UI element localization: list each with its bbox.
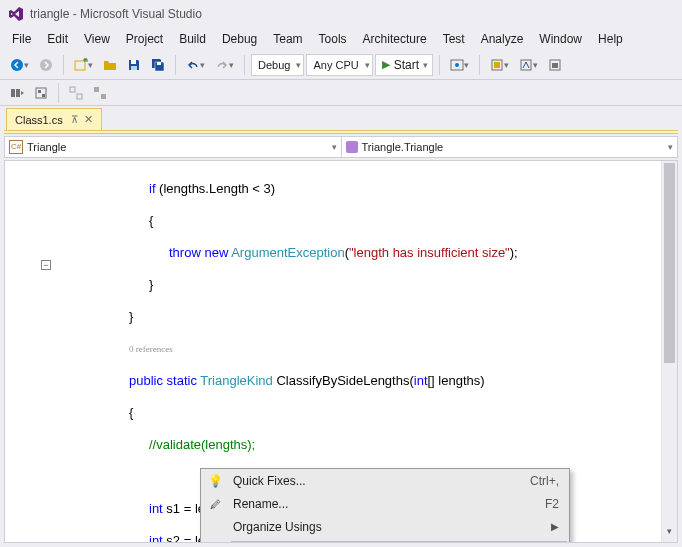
chevron-down-icon: ▾ xyxy=(423,60,428,70)
ctx-quick-fixes[interactable]: 💡 Quick Fixes... Ctrl+, xyxy=(201,469,569,492)
code-token: int xyxy=(414,373,428,388)
chevron-down-icon: ▾ xyxy=(296,60,301,70)
start-debug-button[interactable]: ▶Start▾ xyxy=(375,54,433,76)
nav-member-label: Triangle.Triangle xyxy=(362,141,444,153)
submenu-arrow-icon: ▶ xyxy=(551,521,559,532)
code-token: { xyxy=(49,213,677,229)
lightbulb-icon: 💡 xyxy=(207,473,223,489)
svg-point-1 xyxy=(40,59,52,71)
chevron-down-icon: ▾ xyxy=(24,60,29,70)
save-all-button[interactable] xyxy=(147,54,169,76)
chevron-down-icon: ▾ xyxy=(365,60,370,70)
config-value: Debug xyxy=(258,59,290,71)
code-token: } xyxy=(49,309,677,325)
open-file-button[interactable] xyxy=(99,54,121,76)
nav-scope-label: Triangle xyxy=(27,141,66,153)
menu-build[interactable]: Build xyxy=(171,30,214,48)
code-token: } xyxy=(49,277,677,293)
menu-architecture[interactable]: Architecture xyxy=(355,30,435,48)
new-project-button[interactable]: ▾ xyxy=(70,54,97,76)
tool-btn-3[interactable] xyxy=(544,54,566,76)
tab-class1[interactable]: Class1.cs ⊼ ✕ xyxy=(6,108,102,130)
svg-rect-9 xyxy=(494,62,500,68)
chevron-down-icon: ▾ xyxy=(533,60,538,70)
menubar: File Edit View Project Build Debug Team … xyxy=(0,28,682,50)
svg-point-0 xyxy=(11,59,23,71)
redo-button[interactable]: ▾ xyxy=(211,54,238,76)
undo-button[interactable]: ▾ xyxy=(182,54,209,76)
svg-rect-4 xyxy=(131,66,137,70)
tb2-btn-3[interactable] xyxy=(65,82,87,104)
menu-team[interactable]: Team xyxy=(265,30,310,48)
menu-view[interactable]: View xyxy=(76,30,118,48)
close-icon[interactable]: ✕ xyxy=(84,113,93,126)
menu-project[interactable]: Project xyxy=(118,30,171,48)
nav-scope[interactable]: C# Triangle ▾ xyxy=(5,137,342,157)
menu-window[interactable]: Window xyxy=(531,30,590,48)
nav-back-button[interactable]: ▾ xyxy=(6,54,33,76)
nav-fwd-button[interactable] xyxy=(35,54,57,76)
platform-combo[interactable]: Any CPU▾ xyxy=(306,54,372,76)
tb2-btn-4[interactable] xyxy=(89,82,111,104)
tool-btn-1[interactable]: ▾ xyxy=(486,54,513,76)
svg-rect-3 xyxy=(131,60,136,64)
editor-gutter xyxy=(5,161,49,542)
config-combo[interactable]: Debug▾ xyxy=(251,54,304,76)
tb2-btn-1[interactable] xyxy=(6,82,28,104)
code-token: static xyxy=(167,373,197,388)
context-menu: 💡 Quick Fixes... Ctrl+, 🖉 Rename... F2 O… xyxy=(200,468,570,543)
document-tabbar: Class1.cs ⊼ ✕ xyxy=(0,106,682,130)
csharp-icon: C# xyxy=(9,140,23,154)
svg-rect-2 xyxy=(75,61,85,70)
outline-collapse-icon[interactable]: − xyxy=(41,260,51,270)
scroll-down-icon[interactable]: ▾ xyxy=(662,526,677,542)
chevron-down-icon: ▾ xyxy=(668,142,673,152)
chevron-down-icon: ▾ xyxy=(464,60,469,70)
ctx-organize-usings[interactable]: Organize Usings ▶ xyxy=(201,515,569,538)
code-nav-bar: C# Triangle ▾ Triangle.Triangle ▾ xyxy=(4,136,678,158)
code-token: public xyxy=(129,373,163,388)
tab-label: Class1.cs xyxy=(15,114,63,126)
svg-rect-19 xyxy=(77,94,82,99)
class-icon xyxy=(346,141,358,153)
save-button[interactable] xyxy=(123,54,145,76)
svg-rect-14 xyxy=(16,89,20,97)
tool-btn-2[interactable]: ▾ xyxy=(515,54,542,76)
menu-test[interactable]: Test xyxy=(435,30,473,48)
svg-rect-13 xyxy=(11,89,15,97)
menu-help[interactable]: Help xyxy=(590,30,631,48)
ctx-rename[interactable]: 🖉 Rename... F2 xyxy=(201,492,569,515)
codelens-indicator[interactable]: 0 references xyxy=(49,341,677,357)
secondary-toolbar xyxy=(0,80,682,106)
code-editor[interactable]: − if (lengths.Length < 3) { throw new Ar… xyxy=(4,160,678,543)
code-token: [] lengths) xyxy=(428,373,485,388)
pin-icon[interactable]: ⊼ xyxy=(71,114,78,125)
code-token: ArgumentException xyxy=(231,245,344,260)
code-token: "length has insufficient size" xyxy=(349,245,510,260)
svg-point-7 xyxy=(455,63,459,67)
vertical-scrollbar[interactable]: ▴ ▾ xyxy=(661,161,677,542)
scrollbar-thumb[interactable] xyxy=(664,163,675,363)
nav-member[interactable]: Triangle.Triangle ▾ xyxy=(342,137,678,157)
code-token: throw xyxy=(169,245,201,260)
rename-icon: 🖉 xyxy=(207,496,223,512)
chevron-down-icon: ▾ xyxy=(200,60,205,70)
tb2-btn-2[interactable] xyxy=(30,82,52,104)
start-label: Start xyxy=(394,58,419,72)
code-token: //validate(lengths); xyxy=(149,437,255,452)
menu-tools[interactable]: Tools xyxy=(311,30,355,48)
vs-logo-icon xyxy=(8,6,24,22)
svg-rect-18 xyxy=(70,87,75,92)
chevron-down-icon: ▾ xyxy=(332,142,337,152)
menu-file[interactable]: File xyxy=(4,30,39,48)
svg-rect-16 xyxy=(38,90,41,93)
main-toolbar: ▾ ▾ ▾ ▾ Debug▾ Any CPU▾ ▶Start▾ ▾ ▾ ▾ xyxy=(0,50,682,80)
code-token: ); xyxy=(510,245,518,260)
menu-edit[interactable]: Edit xyxy=(39,30,76,48)
svg-rect-5 xyxy=(157,62,161,65)
menu-debug[interactable]: Debug xyxy=(214,30,265,48)
code-token: new xyxy=(204,245,228,260)
menu-analyze[interactable]: Analyze xyxy=(473,30,532,48)
svg-rect-21 xyxy=(101,94,106,99)
browser-link-button[interactable]: ▾ xyxy=(446,54,473,76)
